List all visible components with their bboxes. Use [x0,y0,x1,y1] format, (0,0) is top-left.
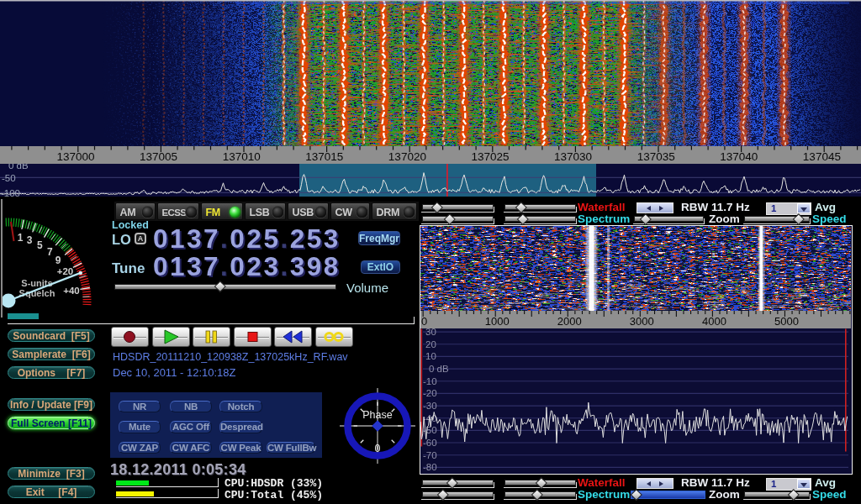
svg-text:137025: 137025 [471,150,509,163]
svg-text:7: 7 [47,246,53,258]
svg-text:3000: 3000 [630,314,654,327]
svg-text:10: 10 [425,351,436,361]
svg-text:137020: 137020 [388,150,426,163]
svg-text:137005: 137005 [140,150,177,163]
svg-text:5: 5 [37,239,43,251]
svg-text:9: 9 [55,255,61,266]
svg-text:Phase: Phase [362,409,392,421]
svg-text:4000: 4000 [702,314,726,327]
svg-text:137045: 137045 [803,150,841,163]
svg-text:137015: 137015 [305,150,343,163]
svg-text:0 dB: 0 dB [429,364,449,374]
svg-text:137000: 137000 [56,150,94,163]
svg-text:137030: 137030 [554,150,592,163]
svg-text:-20: -20 [423,388,437,398]
svg-text:0: 0 [421,314,427,327]
svg-text:S-units: S-units [21,278,52,288]
svg-text:-50: -50 [2,173,16,183]
svg-text:2000: 2000 [557,314,582,327]
svg-text:5000: 5000 [774,314,799,327]
svg-text:-60: -60 [423,438,437,448]
svg-text:1000: 1000 [485,314,510,327]
svg-text:137040: 137040 [720,150,758,163]
svg-text:137010: 137010 [223,150,261,163]
svg-text:-10: -10 [423,375,437,386]
svg-text:-70: -70 [423,449,437,459]
svg-text:0 dB: 0 dB [8,164,29,171]
svg-text:1: 1 [18,232,24,244]
svg-text:+40: +40 [63,286,80,296]
svg-text:137035: 137035 [637,150,675,163]
svg-text:0: 0 [375,443,381,454]
svg-text:20: 20 [425,339,436,349]
svg-text:-100: -100 [1,188,20,197]
svg-text:-80: -80 [423,462,437,472]
svg-text:+20: +20 [57,266,74,276]
svg-text:30: 30 [425,328,436,337]
svg-text:-30: -30 [423,401,437,411]
svg-text:3: 3 [27,234,33,246]
